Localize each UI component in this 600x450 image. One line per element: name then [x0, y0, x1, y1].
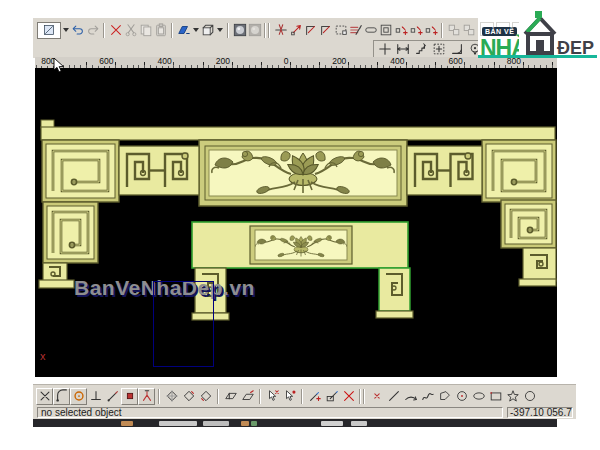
taskbar-item	[241, 421, 249, 426]
trim-tool-button[interactable]	[273, 22, 288, 39]
snap-center-button[interactable]	[70, 388, 87, 405]
toolbar-separator	[100, 22, 108, 39]
cut-button[interactable]	[123, 22, 138, 39]
zoom-scale-button[interactable]	[448, 41, 466, 58]
select-tool-button[interactable]	[264, 388, 281, 405]
arc-tool-button[interactable]	[402, 388, 419, 405]
hatch-tool-button[interactable]	[348, 22, 363, 39]
offset-tool-button[interactable]	[378, 22, 393, 39]
circle-tool-button[interactable]	[521, 388, 538, 405]
snap-intersection-button[interactable]	[36, 388, 53, 405]
circle-center-tool-button[interactable]	[453, 388, 470, 405]
view-top-button[interactable]	[180, 388, 197, 405]
combobox-arrow[interactable]	[61, 22, 70, 39]
line-tool-button[interactable]	[385, 388, 402, 405]
toolbar-separator	[224, 22, 232, 39]
main-toolbar	[37, 21, 478, 39]
artwork-carved-table	[35, 68, 557, 377]
erase-tool-button[interactable]	[281, 388, 298, 405]
delete-button[interactable]	[108, 22, 123, 39]
rectangle-tool-button[interactable]	[487, 388, 504, 405]
polyline-tool-button[interactable]	[419, 388, 436, 405]
draw-toolbar	[33, 384, 576, 407]
view-3d-button[interactable]	[200, 22, 215, 39]
snap-tangent-button[interactable]	[53, 388, 70, 405]
node-delete-button[interactable]	[423, 22, 438, 39]
group-button[interactable]	[446, 22, 461, 39]
paste-button[interactable]	[153, 22, 168, 39]
ungroup-button[interactable]	[461, 22, 476, 39]
logo-underline	[478, 55, 597, 58]
snap-grid-button[interactable]	[121, 388, 138, 405]
snap-nearest-button[interactable]	[104, 388, 121, 405]
taskbar-item	[121, 421, 133, 426]
work-plane-edit-button[interactable]	[239, 388, 256, 405]
taskbar-item	[251, 421, 257, 426]
view-3d-dropdown[interactable]	[215, 22, 224, 39]
toolbar-separator	[298, 388, 306, 405]
edit-curve-pen-button[interactable]	[323, 388, 340, 405]
ruler-label: 200	[331, 57, 347, 66]
view-front-button[interactable]	[197, 388, 214, 405]
bounding-box-button[interactable]	[333, 22, 348, 39]
taskbar-strip	[33, 419, 557, 427]
ruler-label: 200	[215, 57, 231, 66]
polygon-tool-button[interactable]	[436, 388, 453, 405]
origin-marker: x	[40, 350, 46, 362]
toolbar-separator	[256, 388, 264, 405]
taskbar-item	[321, 421, 343, 426]
ruler-label: 400	[389, 57, 405, 66]
snap-node-button[interactable]	[138, 388, 155, 405]
fill-tool-dropdown[interactable]	[191, 22, 200, 39]
view-iso-button[interactable]	[163, 388, 180, 405]
cursor-coordinates: -397.10 056.7	[507, 407, 573, 418]
ruler-label: 0	[283, 57, 290, 66]
star-tool-button[interactable]	[504, 388, 521, 405]
snap-perpendicular-button[interactable]	[87, 388, 104, 405]
toolbar-separator	[155, 388, 163, 405]
copy-button[interactable]	[138, 22, 153, 39]
zoom-window-button[interactable]	[430, 41, 448, 58]
zoom-previous-button[interactable]	[412, 41, 430, 58]
application-window: BẢN VẼ NHÀ ĐẸP 8006004002000200400600800	[0, 0, 600, 450]
toolbar-separator	[168, 22, 176, 39]
drawing-canvas[interactable]	[35, 68, 557, 377]
node-add-button[interactable]	[393, 22, 408, 39]
delete-selected-button[interactable]	[340, 388, 357, 405]
toolbar-separator	[262, 22, 273, 39]
ruler-label: 600	[448, 57, 464, 66]
node-insert-button[interactable]	[408, 22, 423, 39]
work-plane-button[interactable]	[222, 388, 239, 405]
house-icon	[519, 10, 561, 56]
toolbar-separator	[214, 388, 222, 405]
view-preset-combobox[interactable]	[37, 22, 61, 39]
taskbar-item	[203, 421, 229, 426]
undo-button[interactable]	[70, 22, 85, 39]
node-edit-button[interactable]	[288, 22, 303, 39]
fill-tool-button[interactable]	[176, 22, 191, 39]
ruler-label: 600	[98, 57, 114, 66]
selection-rectangle	[153, 281, 214, 367]
pan-center-button[interactable]	[376, 41, 394, 58]
mouse-cursor	[53, 58, 65, 74]
corner-tool-button[interactable]	[303, 22, 318, 39]
ruler-label: 400	[157, 57, 173, 66]
toolbar-separator	[438, 22, 446, 39]
measure-button[interactable]	[394, 41, 412, 58]
redo-button[interactable]	[85, 22, 100, 39]
ellipse-tool-button[interactable]	[470, 388, 487, 405]
toolbar-separator	[357, 388, 368, 405]
slot-tool-button[interactable]	[363, 22, 378, 39]
render-flat-button[interactable]	[247, 22, 262, 39]
status-bar: no selected object -397.10 056.7	[33, 407, 576, 419]
point-tool-button[interactable]	[368, 388, 385, 405]
chamfer-tool-button[interactable]	[318, 22, 333, 39]
edit-node-pen-button[interactable]	[306, 388, 323, 405]
render-shaded-button[interactable]	[232, 22, 247, 39]
status-message: no selected object	[37, 407, 503, 418]
taskbar-item	[351, 421, 367, 426]
taskbar-item	[159, 421, 197, 426]
brand-logo: BẢN VẼ NHÀ ĐẸP	[478, 2, 597, 58]
